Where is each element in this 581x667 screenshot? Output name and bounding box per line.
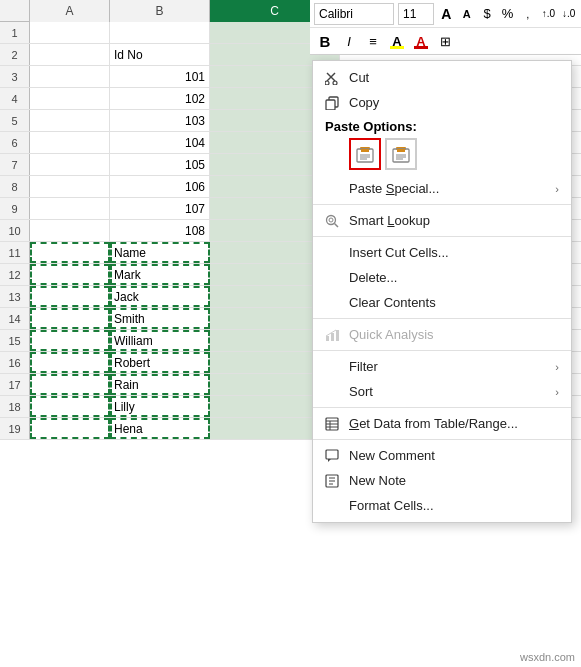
smart-lookup-menu-item[interactable]: Smart Lookup	[313, 208, 571, 233]
cell-b4[interactable]: 102	[110, 88, 210, 109]
cell-a6[interactable]	[30, 132, 110, 153]
increase-decimal-button[interactable]: ↑.0	[540, 3, 556, 25]
col-header-a[interactable]: A	[30, 0, 110, 22]
italic-button[interactable]: I	[338, 30, 360, 52]
format-cells-label: Format Cells...	[349, 498, 434, 513]
clear-contents-menu-item[interactable]: Clear Contents	[313, 290, 571, 315]
cell-b12[interactable]: Mark	[110, 264, 210, 285]
cell-a3[interactable]	[30, 66, 110, 87]
format-cells-menu-item[interactable]: Format Cells...	[313, 493, 571, 518]
row-num-4: 4	[0, 88, 30, 109]
filter-menu-item[interactable]: Filter ›	[313, 354, 571, 379]
decrease-font-button[interactable]: A	[458, 3, 474, 25]
sort-menu-item[interactable]: Sort ›	[313, 379, 571, 404]
svg-point-2	[325, 81, 329, 85]
cell-b2[interactable]: Id No	[110, 44, 210, 65]
row-num-2: 2	[0, 44, 30, 65]
cell-a19[interactable]	[30, 418, 110, 439]
cell-b19[interactable]: Hena	[110, 418, 210, 439]
cell-b11[interactable]: Name	[110, 242, 210, 263]
quick-analysis-label: Quick Analysis	[349, 327, 434, 342]
cell-a9[interactable]	[30, 198, 110, 219]
copy-menu-item[interactable]: Copy	[313, 90, 571, 115]
svg-rect-5	[326, 100, 335, 110]
cell-a4[interactable]	[30, 88, 110, 109]
dollar-button[interactable]: $	[479, 3, 495, 25]
cell-a16[interactable]	[30, 352, 110, 373]
cell-b18[interactable]: Lilly	[110, 396, 210, 417]
cell-b8[interactable]: 106	[110, 176, 210, 197]
increase-font-button[interactable]: A	[438, 3, 454, 25]
borders-button[interactable]: ⊞	[434, 30, 456, 52]
cell-a8[interactable]	[30, 176, 110, 197]
get-data-menu-item[interactable]: Get Data from Table/Range...	[313, 411, 571, 436]
paste-special-menu-item[interactable]: Paste Special... ›	[313, 176, 571, 201]
cell-a10[interactable]	[30, 220, 110, 241]
new-comment-menu-item[interactable]: New Comment	[313, 443, 571, 468]
cell-b1[interactable]	[110, 22, 210, 43]
quick-analysis-menu-item: Quick Analysis	[313, 322, 571, 347]
row-num-10: 10	[0, 220, 30, 241]
cell-a15[interactable]	[30, 330, 110, 351]
svg-rect-8	[361, 149, 369, 152]
paste-button[interactable]	[349, 138, 381, 170]
paste-options-label: Paste Options:	[325, 119, 417, 134]
cell-b14[interactable]: Smith	[110, 308, 210, 329]
cell-a13[interactable]	[30, 286, 110, 307]
filter-label: Filter	[349, 359, 378, 374]
cell-b5[interactable]: 103	[110, 110, 210, 131]
new-note-label: New Note	[349, 473, 406, 488]
cell-a11[interactable]	[30, 242, 110, 263]
cell-b6[interactable]: 104	[110, 132, 210, 153]
cut-icon	[323, 71, 341, 85]
svg-point-20	[329, 218, 333, 222]
cell-b17[interactable]: Rain	[110, 374, 210, 395]
cell-a14[interactable]	[30, 308, 110, 329]
delete-menu-item[interactable]: Delete...	[313, 265, 571, 290]
cell-a1[interactable]	[30, 22, 110, 43]
cell-a18[interactable]	[30, 396, 110, 417]
cell-b15[interactable]: William	[110, 330, 210, 351]
get-data-icon	[323, 417, 341, 431]
insert-cut-cells-menu-item[interactable]: Insert Cut Cells...	[313, 240, 571, 265]
row-num-19: 19	[0, 418, 30, 439]
cell-b7[interactable]: 105	[110, 154, 210, 175]
cell-a2[interactable]	[30, 44, 110, 65]
col-header-b[interactable]: B	[110, 0, 210, 22]
paste-values-button[interactable]	[385, 138, 417, 170]
paste-special-arrow: ›	[555, 183, 559, 195]
percent-button[interactable]: %	[499, 3, 515, 25]
row-num-9: 9	[0, 198, 30, 219]
svg-line-19	[335, 223, 339, 227]
cell-a5[interactable]	[30, 110, 110, 131]
align-button[interactable]: ≡	[362, 30, 384, 52]
cell-b16[interactable]: Robert	[110, 352, 210, 373]
svg-rect-22	[331, 333, 334, 341]
paste-options-section: Paste Options:	[313, 115, 571, 136]
new-note-menu-item[interactable]: New Note	[313, 468, 571, 493]
toolbar-row-2: B I ≡ A A ⊞	[310, 28, 581, 54]
font-color-button[interactable]: A	[410, 30, 432, 52]
row-num-17: 17	[0, 374, 30, 395]
font-size-input[interactable]	[398, 3, 434, 25]
cell-a7[interactable]	[30, 154, 110, 175]
copy-label: Copy	[349, 95, 379, 110]
toolbar: A A $ % , ↑.0 ↓.0 B I ≡ A A ⊞	[310, 0, 581, 55]
cut-menu-item[interactable]: Cut	[313, 65, 571, 90]
bold-button[interactable]: B	[314, 30, 336, 52]
cell-b9[interactable]: 107	[110, 198, 210, 219]
cell-b10[interactable]: 108	[110, 220, 210, 241]
separator-1	[313, 204, 571, 205]
font-name-input[interactable]	[314, 3, 394, 25]
comma-button[interactable]: ,	[520, 3, 536, 25]
svg-rect-21	[326, 336, 329, 341]
cell-b3[interactable]: 101	[110, 66, 210, 87]
cell-b13[interactable]: Jack	[110, 286, 210, 307]
new-comment-icon	[323, 449, 341, 463]
decrease-decimal-button[interactable]: ↓.0	[561, 3, 577, 25]
cell-a17[interactable]	[30, 374, 110, 395]
cell-a12[interactable]	[30, 264, 110, 285]
highlight-color-button[interactable]: A	[386, 30, 408, 52]
svg-rect-29	[326, 450, 338, 459]
svg-rect-14	[397, 149, 405, 152]
